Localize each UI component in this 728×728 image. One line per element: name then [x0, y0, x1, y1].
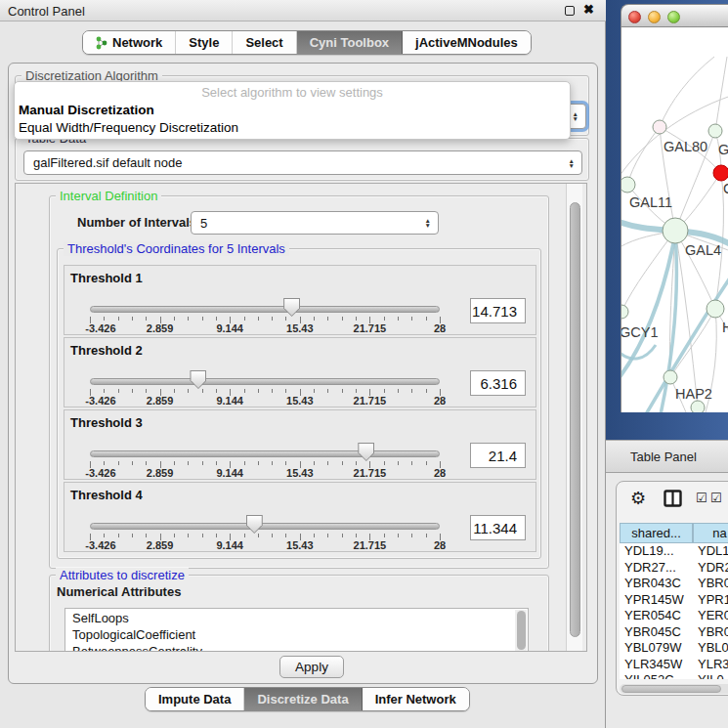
- slider-thumb[interactable]: [190, 370, 206, 389]
- close-traffic-light-icon[interactable]: [628, 11, 641, 23]
- network-canvas[interactable]: GAL80GACGAL11GAL4GCY1HHAP2: [621, 27, 728, 412]
- columns-icon[interactable]: [664, 490, 682, 507]
- tab-label: Impute Data: [158, 692, 231, 707]
- network-node-pink[interactable]: [653, 120, 666, 134]
- attribute-item[interactable]: SelfLoops: [72, 611, 129, 625]
- node-label: C: [723, 181, 728, 196]
- table-cell[interactable]: YER054C: [620, 608, 693, 624]
- spinner-arrows-icon[interactable]: ▲▼: [573, 111, 585, 121]
- table-cell[interactable]: YLR3: [693, 657, 728, 673]
- scrollbar-thumb[interactable]: [621, 685, 721, 693]
- tab-style[interactable]: Style: [176, 31, 233, 54]
- table-cell[interactable]: YDL19...: [620, 543, 693, 560]
- popup-option-equal-width[interactable]: Equal Width/Frequency Discretization: [19, 120, 238, 135]
- popup-option-manual[interactable]: Manual Discretization: [19, 103, 154, 117]
- close-icon[interactable]: ✖: [583, 2, 594, 17]
- threshold-slider-track[interactable]: [90, 523, 440, 530]
- table-cell[interactable]: YLR345W: [620, 657, 693, 673]
- popup-hint: Select algorithm to view settings: [15, 85, 570, 100]
- table-cell[interactable]: YIL0: [693, 672, 728, 679]
- attribute-item[interactable]: TopologicalCoefficient: [72, 627, 195, 642]
- table-data-combobox[interactable]: galFiltered.sif default node ▲▼: [23, 150, 582, 175]
- table-cell[interactable]: YPR145W: [620, 592, 693, 609]
- table-cell[interactable]: YDR2: [693, 560, 728, 577]
- table-cell[interactable]: YBR0: [693, 624, 728, 641]
- checkbox-icon[interactable]: ☑: [696, 491, 707, 505]
- tab-label: Network: [112, 35, 162, 50]
- slider-tick: [285, 389, 286, 393]
- numerical-attributes-list[interactable]: SelfLoopsTopologicalCoefficientBetweenne…: [64, 608, 529, 652]
- list-scrollbar[interactable]: [515, 610, 527, 652]
- scrollbar-thumb[interactable]: [517, 611, 526, 650]
- table-cell[interactable]: YBR0: [693, 576, 728, 592]
- gear-icon[interactable]: ⚙: [630, 488, 646, 509]
- checkbox-icon[interactable]: ☑: [710, 491, 722, 505]
- slider-tick: [132, 389, 133, 393]
- threshold-value-field[interactable]: 6.316: [470, 370, 526, 396]
- tab-infer-network[interactable]: Infer Network: [363, 688, 469, 710]
- table-cell[interactable]: YBR043C: [620, 576, 693, 592]
- network-node-green[interactable]: [621, 305, 628, 319]
- tab-jactivemnodules[interactable]: jActiveMNodules: [403, 31, 531, 54]
- table-cell[interactable]: YPR1: [693, 592, 728, 609]
- table-cell[interactable]: YBL079W: [620, 640, 693, 657]
- network-edge[interactable]: [715, 57, 727, 131]
- tab-network[interactable]: Network: [83, 31, 176, 54]
- table-cell[interactable]: YBL0: [693, 640, 728, 657]
- network-edge[interactable]: [627, 127, 660, 185]
- table-cell[interactable]: YDR27...: [620, 560, 693, 577]
- threshold-slider-track[interactable]: [90, 378, 440, 385]
- minimize-traffic-light-icon[interactable]: [648, 11, 661, 23]
- table-data-value: galFiltered.sif default node: [33, 155, 182, 170]
- network-node-green[interactable]: [708, 124, 722, 138]
- network-window-titlebar[interactable]: [621, 4, 728, 27]
- network-edge[interactable]: [660, 57, 714, 127]
- table-cell[interactable]: YBR045C: [620, 624, 693, 641]
- table-cell[interactable]: YDL1: [693, 543, 728, 560]
- slider-tick: [174, 389, 175, 393]
- slider-tick: [411, 317, 412, 321]
- threshold-value-field[interactable]: 14.713: [470, 298, 526, 323]
- network-edge[interactable]: [670, 309, 715, 377]
- slider-tick-label: 21.715: [354, 395, 387, 407]
- scrollbar-thumb[interactable]: [570, 202, 580, 637]
- threshold-label: Threshold 2: [70, 343, 143, 358]
- tab-select[interactable]: Select: [233, 31, 296, 54]
- slider-tick: [272, 461, 273, 465]
- slider-tick: [188, 461, 189, 465]
- table-horizontal-scrollbar[interactable]: [620, 684, 728, 694]
- slider-tick: [411, 534, 412, 537]
- network-node-red[interactable]: [713, 165, 728, 181]
- slider-tick: [202, 389, 203, 393]
- num-intervals-combobox[interactable]: 5 ▲▼: [191, 211, 439, 235]
- network-node-green[interactable]: [691, 401, 705, 412]
- tab-discretize-data[interactable]: Discretize Data: [244, 688, 362, 710]
- network-node-green[interactable]: [621, 177, 635, 193]
- table-cell[interactable]: YER0: [693, 608, 728, 624]
- float-icon[interactable]: [565, 6, 575, 16]
- attribute-item[interactable]: BetweennessCentrality: [72, 644, 202, 652]
- threshold-slider-track[interactable]: [90, 450, 440, 457]
- threshold-slider-track[interactable]: [90, 306, 440, 313]
- network-node-green[interactable]: [663, 218, 688, 243]
- slider-tick: [118, 461, 119, 465]
- tab-cyni-toolbox[interactable]: Cyni Toolbox: [297, 31, 403, 54]
- slider-thumb[interactable]: [358, 443, 374, 461]
- zoom-traffic-light-icon[interactable]: [667, 11, 680, 23]
- scrollpane-scrollbar[interactable]: [566, 184, 582, 652]
- spinner-arrows-icon[interactable]: ▲▼: [569, 158, 581, 168]
- slider-thumb[interactable]: [283, 298, 300, 317]
- slider-thumb[interactable]: [246, 515, 263, 534]
- tab-impute-data[interactable]: Impute Data: [146, 688, 244, 710]
- network-node-green[interactable]: [707, 300, 724, 318]
- table-column-header[interactable]: na: [693, 523, 728, 543]
- network-node-green[interactable]: [664, 370, 677, 384]
- threshold-value-field[interactable]: 21.4: [470, 443, 526, 468]
- threshold-value-field[interactable]: 11.344: [470, 515, 526, 540]
- apply-button[interactable]: Apply: [279, 656, 344, 678]
- slider-tick: [174, 534, 175, 537]
- spinner-arrows-icon[interactable]: ▲▼: [425, 218, 438, 228]
- slider-tick: [244, 317, 245, 321]
- table-column-header[interactable]: shared...: [620, 523, 693, 543]
- table-cell[interactable]: YIL052C: [620, 672, 693, 679]
